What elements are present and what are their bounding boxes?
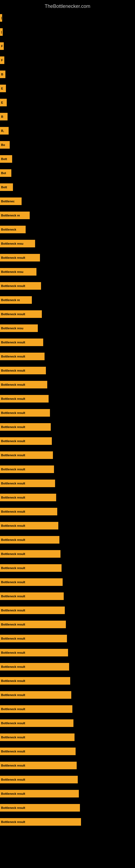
bar: Bottleneck result [0,550,60,558]
bar-row: Bottleneck result [0,603,135,617]
bar-row: F [0,53,135,67]
bar-label: Bottleneck result [1,510,25,513]
bar: Bottleneck result [0,409,50,416]
bar-label: Bottleneck resu [1,270,24,273]
bar-row: Bottleneck result [0,547,135,561]
bar-row: Bottleneck result [0,589,135,603]
bar: Bottleneck resu [0,268,37,276]
site-title: TheBottlenecker.com [0,1,135,11]
bar-label: Bottleneck result [1,736,25,739]
bar-label: Bottleneck result [1,806,25,809]
bar-label: Bottleneck result [1,637,25,640]
bar: Bot [0,169,11,177]
bar-row: Bot [0,166,135,180]
bar-row: Bottleneck result [0,462,135,476]
bar: Bottleneck result [0,479,55,487]
bar-label: Bottleneck result [1,284,25,287]
bar: Bottleneck result [0,734,75,741]
bar-row: Bottleneck result [0,716,135,730]
bar-row: Bottleneck result [0,631,135,646]
bar-label: Bottleneck result [1,454,25,457]
bar-row: Bottleneck result [0,773,135,786]
bar: Bottleneck result [0,607,65,614]
bar: Bottleneck result [0,818,81,826]
bar-label: B, [1,129,4,132]
bar-label: Bottleneck [1,228,16,231]
bar: Bottleneck re [0,296,32,304]
bar-label: Bottleneck result [1,665,25,669]
bar-row: Bottleneck re [0,208,135,222]
bar-label: Bottleneck result [1,651,25,654]
bar-label: Bottleneck result [1,566,25,569]
bar-label: Bottleneck result [1,256,25,259]
bar: Bottleneck result [0,367,46,374]
bar-row: B, [0,124,135,138]
bar-row: Bottleneck result [0,617,135,631]
bar-label: Bottleneck re [1,299,20,302]
bar-label: Bottleneck result [1,792,25,795]
bar-label: Bottleneck result [1,693,25,696]
bar: Bottleneck resu [0,240,35,247]
bar-label: Bottleneck result [1,721,25,725]
bar: Bottleneck result [0,719,74,727]
bar: Bottleneck result [0,621,66,628]
bar-row: Bottleneck result [0,279,135,293]
bar: | [0,14,2,22]
bar-label: Bottleneck result [1,609,25,612]
bar-row: Bottleneck result [0,307,135,321]
bar: E [0,99,7,106]
bar: Bottleneck result [0,395,49,403]
bar: Bottleneck result [0,381,47,389]
bar: Bott [0,183,13,191]
bar-label: Bottlenec [1,199,14,203]
bar: Bottleneck result [0,494,56,501]
bar-label: Bottleneck result [1,552,25,556]
bar-label: Bottleneck result [1,524,25,527]
bar-row: Bott [0,180,135,194]
bar: F [0,56,4,64]
bar: Bottleneck result [0,352,45,360]
bar-row: Bottleneck result [0,392,135,406]
bar: Bottleneck result [0,649,68,656]
bar: B, [0,127,9,134]
bar-row: B [0,67,135,82]
bar: Bottleneck result [0,804,80,812]
bar-label: E [1,87,3,90]
bar-label: Bottleneck result [1,355,25,358]
bar-row: Bottleneck result [0,660,135,674]
bar: Bottleneck result [0,423,51,431]
bar-row: | [0,25,135,39]
bar-label: Bottleneck result [1,411,25,414]
bar-row: Bottleneck result [0,504,135,519]
bar-label: Bottleneck result [1,538,25,541]
bar: Bottleneck result [0,564,61,572]
bar: F [0,42,4,50]
bar: Bottleneck result [0,437,52,445]
bar-label: Bottleneck result [1,707,25,711]
bar-label: Bottleneck result [1,581,25,584]
bar: Bottleneck result [0,691,71,699]
bar: B [0,113,8,120]
bar-row: Bottleneck result [0,702,135,716]
bar-row: Bottleneck result [0,758,135,773]
bar-row: Bottlenec [0,194,135,208]
bar: Bottleneck result [0,254,40,261]
bar-row: Bottleneck resu [0,237,135,251]
bar-label: Bottleneck result [1,750,25,753]
bar-label: Bott [1,157,7,161]
bar-row: Bottleneck result [0,519,135,533]
bar: Bottleneck result [0,776,78,783]
bar-label: Bottleneck result [1,482,25,485]
bar-label: Bottleneck result [1,312,25,316]
bar-row: Bottleneck resu [0,321,135,335]
bar: Bottleneck result [0,310,42,318]
bar-row: E [0,82,135,95]
bar: Bottleneck [0,226,26,233]
bar-row: Bottleneck [0,222,135,237]
bar: Bottleneck result [0,465,54,473]
bar: Bott [0,155,12,163]
bar: B [0,70,5,78]
bar-label: Bottleneck result [1,595,25,598]
bar-label: | [1,30,2,34]
bar: Bottleneck result [0,522,58,529]
